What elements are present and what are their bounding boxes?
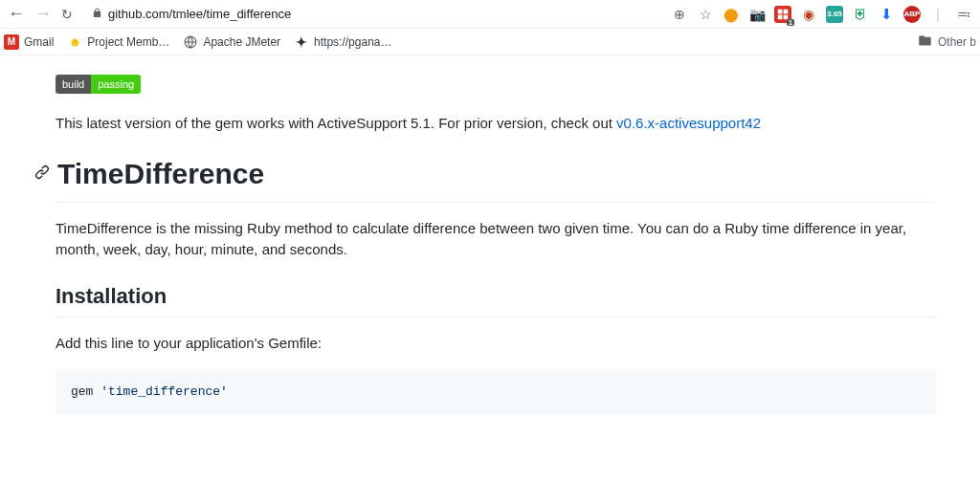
svg-rect-1 bbox=[784, 9, 789, 13]
code-keyword: gem bbox=[71, 384, 100, 399]
bookmarks-bar: M Gmail ◉ Project Memb… Apache JMeter ✦ … bbox=[0, 29, 980, 55]
anchor-link-icon[interactable] bbox=[34, 164, 50, 183]
ext-teal-badge[interactable]: 3.65 bbox=[826, 6, 843, 23]
browser-toolbar: ← → ↻ github.com/tmlee/time_difference ⊕… bbox=[0, 0, 980, 29]
installation-heading: Installation bbox=[56, 284, 980, 309]
ext-red-count: 1 bbox=[787, 19, 794, 26]
h1-rule bbox=[56, 202, 936, 203]
toolbar-right: ⊕ ☆ ⬤ 📷 1 ◉ 3.65 ⛨ ⬇ ABP | ≕ bbox=[671, 6, 972, 23]
svg-rect-3 bbox=[784, 14, 789, 19]
badge-status: passing bbox=[91, 75, 141, 94]
back-button[interactable]: ← bbox=[8, 4, 25, 24]
readme-content: build passing This latest version of the… bbox=[0, 55, 980, 414]
ext-swirl-icon[interactable]: ◉ bbox=[800, 6, 817, 23]
bookmark-pgana[interactable]: ✦ https://pgana… bbox=[294, 34, 391, 50]
lock-icon bbox=[92, 8, 102, 20]
code-string: 'time_difference' bbox=[100, 384, 228, 399]
build-badge[interactable]: build passing bbox=[56, 75, 141, 94]
other-bookmarks[interactable]: Other b bbox=[938, 35, 976, 49]
intro-paragraph: This latest version of the gem works wit… bbox=[56, 113, 936, 135]
reload-button[interactable]: ↻ bbox=[61, 7, 73, 22]
ext-red-badge[interactable]: 1 bbox=[774, 6, 791, 23]
h2-rule bbox=[56, 317, 936, 318]
forward-button[interactable]: → bbox=[34, 4, 52, 24]
bookmark-label: Project Memb… bbox=[87, 35, 169, 49]
ext-download-icon[interactable]: ⬇ bbox=[878, 6, 895, 23]
folder-icon bbox=[918, 33, 932, 51]
svg-rect-2 bbox=[778, 14, 783, 19]
gmail-icon: M bbox=[4, 34, 19, 50]
camera-icon[interactable]: 📷 bbox=[748, 6, 766, 23]
bookmarks-right: Other b bbox=[918, 33, 976, 51]
url-text: github.com/tmlee/time_difference bbox=[108, 7, 291, 21]
bookmark-label: https://pgana… bbox=[314, 35, 391, 49]
bookmark-label: Apache JMeter bbox=[203, 35, 280, 49]
project-icon: ◉ bbox=[67, 34, 82, 50]
globe-icon bbox=[183, 34, 198, 50]
address-bar[interactable]: github.com/tmlee/time_difference bbox=[92, 7, 291, 21]
zoom-icon[interactable]: ⊕ bbox=[671, 6, 688, 23]
bookmark-label: Gmail bbox=[24, 35, 54, 49]
bookmark-project[interactable]: ◉ Project Memb… bbox=[67, 34, 169, 50]
intro-link[interactable]: v0.6.x-activesupport42 bbox=[616, 115, 761, 131]
bookmark-gmail[interactable]: M Gmail bbox=[4, 34, 54, 50]
badge-label: build bbox=[56, 75, 91, 94]
plus-icon: ✦ bbox=[294, 34, 309, 50]
h1-wrapper: TimeDifference bbox=[34, 158, 980, 190]
intro-text: This latest version of the gem works wit… bbox=[56, 115, 616, 131]
install-text: Add this line to your application's Gemf… bbox=[56, 333, 936, 355]
divider: | bbox=[929, 6, 947, 23]
ext-orange-icon[interactable]: ⬤ bbox=[723, 6, 740, 23]
svg-rect-0 bbox=[778, 9, 783, 13]
page-title: TimeDifference bbox=[57, 158, 264, 190]
description: TimeDifference is the missing Ruby metho… bbox=[56, 218, 936, 261]
menu-icon[interactable]: ≕ bbox=[955, 6, 972, 23]
ext-shield-icon[interactable]: ⛨ bbox=[852, 6, 869, 23]
ext-abp-badge[interactable]: ABP bbox=[903, 6, 921, 23]
star-icon[interactable]: ☆ bbox=[697, 6, 714, 23]
code-block: gem 'time_difference' bbox=[56, 369, 936, 414]
bookmark-apache[interactable]: Apache JMeter bbox=[183, 34, 280, 50]
